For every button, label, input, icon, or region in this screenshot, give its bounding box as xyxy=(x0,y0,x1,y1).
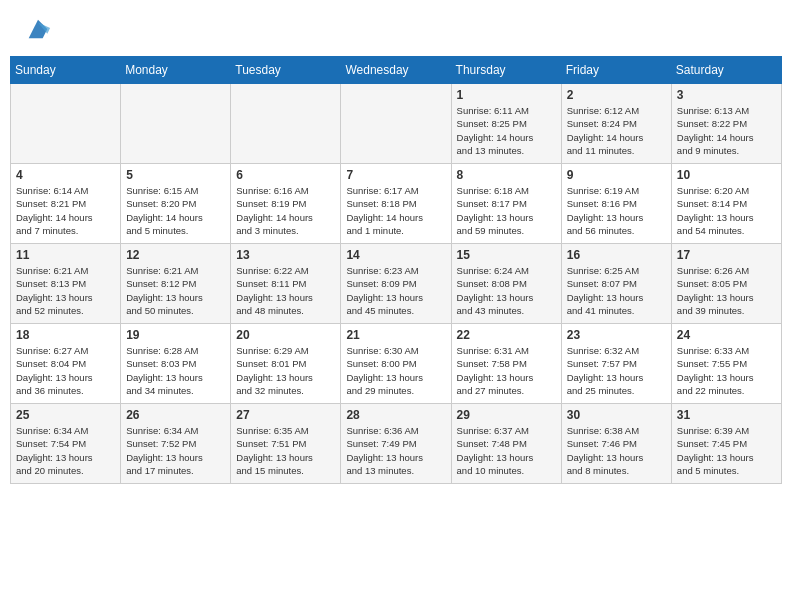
day-info: Sunrise: 6:36 AM Sunset: 7:49 PM Dayligh… xyxy=(346,424,445,477)
day-info: Sunrise: 6:18 AM Sunset: 8:17 PM Dayligh… xyxy=(457,184,556,237)
day-info: Sunrise: 6:27 AM Sunset: 8:04 PM Dayligh… xyxy=(16,344,115,397)
day-number: 19 xyxy=(126,328,225,342)
day-number: 8 xyxy=(457,168,556,182)
calendar-header-saturday: Saturday xyxy=(671,57,781,84)
calendar-cell: 25Sunrise: 6:34 AM Sunset: 7:54 PM Dayli… xyxy=(11,404,121,484)
day-number: 24 xyxy=(677,328,776,342)
calendar-table: SundayMondayTuesdayWednesdayThursdayFrid… xyxy=(10,56,782,484)
calendar-cell: 13Sunrise: 6:22 AM Sunset: 8:11 PM Dayli… xyxy=(231,244,341,324)
calendar-cell: 21Sunrise: 6:30 AM Sunset: 8:00 PM Dayli… xyxy=(341,324,451,404)
day-info: Sunrise: 6:33 AM Sunset: 7:55 PM Dayligh… xyxy=(677,344,776,397)
day-number: 3 xyxy=(677,88,776,102)
calendar-cell: 22Sunrise: 6:31 AM Sunset: 7:58 PM Dayli… xyxy=(451,324,561,404)
calendar-cell: 14Sunrise: 6:23 AM Sunset: 8:09 PM Dayli… xyxy=(341,244,451,324)
logo-icon xyxy=(24,15,52,43)
day-number: 27 xyxy=(236,408,335,422)
calendar-week-row: 25Sunrise: 6:34 AM Sunset: 7:54 PM Dayli… xyxy=(11,404,782,484)
day-info: Sunrise: 6:21 AM Sunset: 8:13 PM Dayligh… xyxy=(16,264,115,317)
day-number: 17 xyxy=(677,248,776,262)
calendar-cell: 8Sunrise: 6:18 AM Sunset: 8:17 PM Daylig… xyxy=(451,164,561,244)
day-info: Sunrise: 6:26 AM Sunset: 8:05 PM Dayligh… xyxy=(677,264,776,317)
day-info: Sunrise: 6:22 AM Sunset: 8:11 PM Dayligh… xyxy=(236,264,335,317)
day-info: Sunrise: 6:14 AM Sunset: 8:21 PM Dayligh… xyxy=(16,184,115,237)
day-info: Sunrise: 6:32 AM Sunset: 7:57 PM Dayligh… xyxy=(567,344,666,397)
calendar-week-row: 11Sunrise: 6:21 AM Sunset: 8:13 PM Dayli… xyxy=(11,244,782,324)
day-info: Sunrise: 6:38 AM Sunset: 7:46 PM Dayligh… xyxy=(567,424,666,477)
calendar-cell: 5Sunrise: 6:15 AM Sunset: 8:20 PM Daylig… xyxy=(121,164,231,244)
day-info: Sunrise: 6:15 AM Sunset: 8:20 PM Dayligh… xyxy=(126,184,225,237)
day-info: Sunrise: 6:28 AM Sunset: 8:03 PM Dayligh… xyxy=(126,344,225,397)
day-number: 11 xyxy=(16,248,115,262)
day-info: Sunrise: 6:19 AM Sunset: 8:16 PM Dayligh… xyxy=(567,184,666,237)
calendar-cell xyxy=(231,84,341,164)
calendar-cell: 6Sunrise: 6:16 AM Sunset: 8:19 PM Daylig… xyxy=(231,164,341,244)
day-info: Sunrise: 6:25 AM Sunset: 8:07 PM Dayligh… xyxy=(567,264,666,317)
day-number: 28 xyxy=(346,408,445,422)
day-number: 30 xyxy=(567,408,666,422)
calendar-header-monday: Monday xyxy=(121,57,231,84)
day-info: Sunrise: 6:20 AM Sunset: 8:14 PM Dayligh… xyxy=(677,184,776,237)
calendar-cell xyxy=(341,84,451,164)
page-header xyxy=(10,10,782,48)
calendar-cell: 30Sunrise: 6:38 AM Sunset: 7:46 PM Dayli… xyxy=(561,404,671,484)
day-number: 7 xyxy=(346,168,445,182)
day-number: 4 xyxy=(16,168,115,182)
day-info: Sunrise: 6:11 AM Sunset: 8:25 PM Dayligh… xyxy=(457,104,556,157)
calendar-cell: 23Sunrise: 6:32 AM Sunset: 7:57 PM Dayli… xyxy=(561,324,671,404)
calendar-cell: 17Sunrise: 6:26 AM Sunset: 8:05 PM Dayli… xyxy=(671,244,781,324)
calendar-cell: 29Sunrise: 6:37 AM Sunset: 7:48 PM Dayli… xyxy=(451,404,561,484)
day-number: 9 xyxy=(567,168,666,182)
logo xyxy=(20,15,52,43)
calendar-cell: 26Sunrise: 6:34 AM Sunset: 7:52 PM Dayli… xyxy=(121,404,231,484)
day-number: 18 xyxy=(16,328,115,342)
calendar-cell: 18Sunrise: 6:27 AM Sunset: 8:04 PM Dayli… xyxy=(11,324,121,404)
day-number: 10 xyxy=(677,168,776,182)
day-info: Sunrise: 6:13 AM Sunset: 8:22 PM Dayligh… xyxy=(677,104,776,157)
calendar-cell xyxy=(11,84,121,164)
day-number: 21 xyxy=(346,328,445,342)
day-info: Sunrise: 6:39 AM Sunset: 7:45 PM Dayligh… xyxy=(677,424,776,477)
day-number: 5 xyxy=(126,168,225,182)
calendar-cell: 20Sunrise: 6:29 AM Sunset: 8:01 PM Dayli… xyxy=(231,324,341,404)
day-number: 13 xyxy=(236,248,335,262)
day-number: 12 xyxy=(126,248,225,262)
day-info: Sunrise: 6:16 AM Sunset: 8:19 PM Dayligh… xyxy=(236,184,335,237)
calendar-cell xyxy=(121,84,231,164)
day-info: Sunrise: 6:12 AM Sunset: 8:24 PM Dayligh… xyxy=(567,104,666,157)
day-info: Sunrise: 6:29 AM Sunset: 8:01 PM Dayligh… xyxy=(236,344,335,397)
day-number: 31 xyxy=(677,408,776,422)
day-number: 6 xyxy=(236,168,335,182)
calendar-cell: 9Sunrise: 6:19 AM Sunset: 8:16 PM Daylig… xyxy=(561,164,671,244)
day-number: 26 xyxy=(126,408,225,422)
calendar-cell: 12Sunrise: 6:21 AM Sunset: 8:12 PM Dayli… xyxy=(121,244,231,324)
day-number: 25 xyxy=(16,408,115,422)
day-info: Sunrise: 6:34 AM Sunset: 7:52 PM Dayligh… xyxy=(126,424,225,477)
calendar-cell: 28Sunrise: 6:36 AM Sunset: 7:49 PM Dayli… xyxy=(341,404,451,484)
calendar-cell: 15Sunrise: 6:24 AM Sunset: 8:08 PM Dayli… xyxy=(451,244,561,324)
calendar-cell: 19Sunrise: 6:28 AM Sunset: 8:03 PM Dayli… xyxy=(121,324,231,404)
day-number: 1 xyxy=(457,88,556,102)
calendar-cell: 11Sunrise: 6:21 AM Sunset: 8:13 PM Dayli… xyxy=(11,244,121,324)
calendar-cell: 7Sunrise: 6:17 AM Sunset: 8:18 PM Daylig… xyxy=(341,164,451,244)
day-info: Sunrise: 6:30 AM Sunset: 8:00 PM Dayligh… xyxy=(346,344,445,397)
calendar-header-wednesday: Wednesday xyxy=(341,57,451,84)
day-number: 14 xyxy=(346,248,445,262)
calendar-cell: 2Sunrise: 6:12 AM Sunset: 8:24 PM Daylig… xyxy=(561,84,671,164)
calendar-cell: 31Sunrise: 6:39 AM Sunset: 7:45 PM Dayli… xyxy=(671,404,781,484)
day-number: 16 xyxy=(567,248,666,262)
calendar-week-row: 18Sunrise: 6:27 AM Sunset: 8:04 PM Dayli… xyxy=(11,324,782,404)
day-info: Sunrise: 6:17 AM Sunset: 8:18 PM Dayligh… xyxy=(346,184,445,237)
calendar-cell: 1Sunrise: 6:11 AM Sunset: 8:25 PM Daylig… xyxy=(451,84,561,164)
calendar-header-thursday: Thursday xyxy=(451,57,561,84)
calendar-header-friday: Friday xyxy=(561,57,671,84)
day-number: 23 xyxy=(567,328,666,342)
day-info: Sunrise: 6:35 AM Sunset: 7:51 PM Dayligh… xyxy=(236,424,335,477)
day-info: Sunrise: 6:24 AM Sunset: 8:08 PM Dayligh… xyxy=(457,264,556,317)
calendar-cell: 24Sunrise: 6:33 AM Sunset: 7:55 PM Dayli… xyxy=(671,324,781,404)
day-number: 22 xyxy=(457,328,556,342)
day-number: 29 xyxy=(457,408,556,422)
day-info: Sunrise: 6:23 AM Sunset: 8:09 PM Dayligh… xyxy=(346,264,445,317)
day-info: Sunrise: 6:31 AM Sunset: 7:58 PM Dayligh… xyxy=(457,344,556,397)
day-number: 2 xyxy=(567,88,666,102)
calendar-cell: 16Sunrise: 6:25 AM Sunset: 8:07 PM Dayli… xyxy=(561,244,671,324)
